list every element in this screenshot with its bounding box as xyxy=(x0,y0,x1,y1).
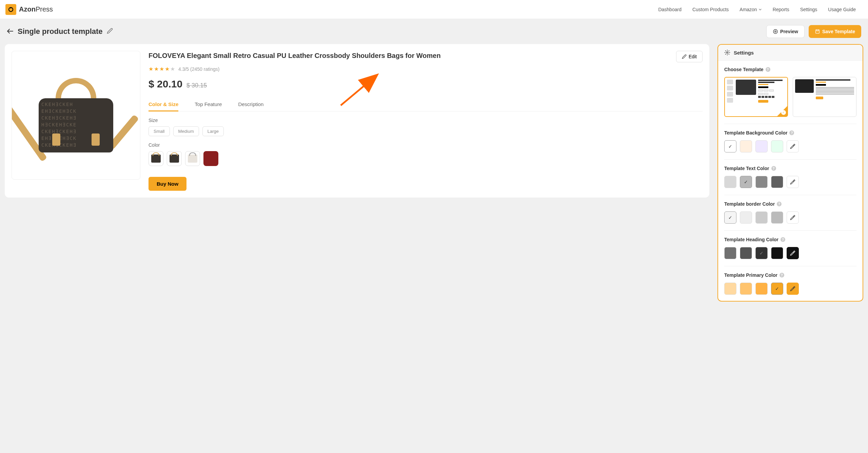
product-tabs: Color & Size Top Feature Description xyxy=(149,98,703,111)
size-option-large[interactable]: Large xyxy=(202,126,224,136)
tab-color-size[interactable]: Color & Size xyxy=(149,98,178,111)
nav-settings[interactable]: Settings xyxy=(800,7,817,12)
bg-color-picker[interactable] xyxy=(787,140,799,152)
eye-icon xyxy=(773,29,778,34)
heading-color-label: Template Heading Color xyxy=(724,237,778,242)
size-label: Size xyxy=(149,118,703,123)
eyedropper-icon xyxy=(790,179,795,185)
text-color-picker[interactable] xyxy=(787,176,799,188)
eyedropper-icon xyxy=(790,215,795,220)
color-option-2[interactable] xyxy=(167,151,182,166)
logo-icon xyxy=(5,4,16,15)
color-option-3[interactable] xyxy=(185,151,200,166)
settings-title: Settings xyxy=(734,50,754,56)
product-preview-panel: CKEH∃CKEHEH∃CKEH∃CKCKEH∃CKEH∃H∃CKEH∃CKEC… xyxy=(5,44,709,198)
text-color-option-2[interactable]: ✓ xyxy=(740,176,752,188)
top-navigation: AzonPress Dashboard Custom Products Amaz… xyxy=(0,0,868,19)
eyedropper-icon xyxy=(790,250,795,256)
primary-color-option-4[interactable]: ✓ xyxy=(771,283,783,295)
color-option-4[interactable] xyxy=(203,151,218,166)
heading-color-option-2[interactable] xyxy=(740,247,752,259)
info-icon[interactable]: ? xyxy=(766,67,770,72)
choose-template-label: Choose Template xyxy=(724,67,764,72)
nav-custom-products[interactable]: Custom Products xyxy=(692,7,729,12)
bg-color-section: Template Background Color ? ✓ xyxy=(724,130,856,160)
tab-description[interactable]: Description xyxy=(238,98,263,111)
text-color-option-4[interactable] xyxy=(771,176,783,188)
primary-color-section: Template Primary Color ? ✓ xyxy=(724,272,856,295)
text-color-option-1[interactable] xyxy=(724,176,736,188)
star-empty-icon: ★ xyxy=(170,66,175,72)
primary-color-picker[interactable] xyxy=(787,283,799,295)
color-option-1[interactable] xyxy=(149,151,163,166)
svg-point-4 xyxy=(727,52,728,54)
bg-color-option-2[interactable] xyxy=(740,140,752,152)
info-icon[interactable]: ? xyxy=(771,166,776,171)
logo[interactable]: AzonPress xyxy=(5,4,53,15)
eyedropper-icon xyxy=(790,286,795,291)
color-label: Color xyxy=(149,142,703,148)
product-rating: ★ ★ ★ ★ ★ 4.3/5 (2450 ratings) xyxy=(149,66,703,72)
choose-template-section: Choose Template ? xyxy=(724,67,856,124)
info-icon[interactable]: ? xyxy=(777,202,782,206)
settings-header: Settings xyxy=(718,45,863,61)
save-icon xyxy=(815,29,820,34)
info-icon[interactable]: ? xyxy=(781,237,785,242)
primary-color-option-1[interactable] xyxy=(724,283,736,295)
size-option-medium[interactable]: Medium xyxy=(173,126,199,136)
star-rating: ★ ★ ★ ★ ★ xyxy=(149,66,175,72)
price-row: $ 20.10 $ 30.15 xyxy=(149,78,703,90)
product-price-original: $ 30.15 xyxy=(186,82,207,89)
nav-reports[interactable]: Reports xyxy=(773,7,789,12)
bg-color-option-1[interactable]: ✓ xyxy=(724,140,736,152)
nav-dashboard[interactable]: Dashboard xyxy=(658,7,682,12)
gear-icon xyxy=(724,49,730,56)
product-title: FOLOVEYA Elegant Small Retro Casual PU L… xyxy=(149,51,441,60)
back-arrow-icon[interactable] xyxy=(7,28,14,36)
heading-color-option-4[interactable] xyxy=(771,247,783,259)
border-color-option-3[interactable] xyxy=(755,211,768,224)
primary-color-option-2[interactable] xyxy=(740,283,752,295)
template-option-1[interactable]: ✓ xyxy=(724,77,788,117)
heading-color-option-1[interactable] xyxy=(724,247,736,259)
primary-color-option-3[interactable] xyxy=(755,283,768,295)
nav-usage-guide[interactable]: Usage Guide xyxy=(828,7,856,12)
size-option-small[interactable]: Small xyxy=(149,126,170,136)
border-color-option-2[interactable] xyxy=(740,211,752,224)
star-icon: ★ xyxy=(159,66,164,72)
preview-button[interactable]: Preview xyxy=(766,25,805,38)
buy-now-button[interactable]: Buy Now xyxy=(149,177,186,191)
heading-color-picker[interactable] xyxy=(787,247,799,259)
edit-title-icon[interactable] xyxy=(107,28,113,35)
rating-text: 4.3/5 (2450 ratings) xyxy=(178,66,219,72)
nav-amazon[interactable]: Amazon xyxy=(739,7,762,12)
text-color-option-3[interactable] xyxy=(755,176,768,188)
main-content: CKEH∃CKEHEH∃CKEH∃CKCKEH∃CKEH∃H∃CKEH∃CKEC… xyxy=(0,44,868,308)
header-actions: Preview Save Template xyxy=(766,25,861,38)
text-color-section: Template Text Color ? ✓ xyxy=(724,166,856,195)
info-icon[interactable]: ? xyxy=(789,130,794,135)
heading-color-option-3[interactable]: ✓ xyxy=(755,247,768,259)
save-template-button[interactable]: Save Template xyxy=(809,25,861,38)
edit-product-button[interactable]: Edit xyxy=(676,51,703,62)
color-variant-section: Color xyxy=(149,142,703,166)
settings-panel: Settings Choose Template ? xyxy=(717,44,863,302)
border-color-label: Template border Color xyxy=(724,201,775,207)
bg-color-option-3[interactable] xyxy=(755,140,768,152)
nav-links: Dashboard Custom Products Amazon Reports… xyxy=(658,7,863,12)
svg-point-2 xyxy=(773,29,777,34)
primary-color-label: Template Primary Color xyxy=(724,272,777,278)
check-icon: ✓ xyxy=(781,110,786,115)
border-color-option-4[interactable] xyxy=(771,211,783,224)
eyedropper-icon xyxy=(790,144,795,149)
template-option-2[interactable] xyxy=(793,77,856,117)
page-title: Single product template xyxy=(18,27,103,36)
border-color-option-1[interactable]: ✓ xyxy=(724,211,736,224)
border-color-picker[interactable] xyxy=(787,211,799,224)
star-icon: ★ xyxy=(165,66,170,72)
info-icon[interactable]: ? xyxy=(780,273,784,277)
tab-top-feature[interactable]: Top Feature xyxy=(195,98,222,111)
chevron-down-icon xyxy=(758,8,762,11)
bg-color-option-4[interactable] xyxy=(771,140,783,152)
border-color-section: Template border Color ? ✓ xyxy=(724,201,856,231)
